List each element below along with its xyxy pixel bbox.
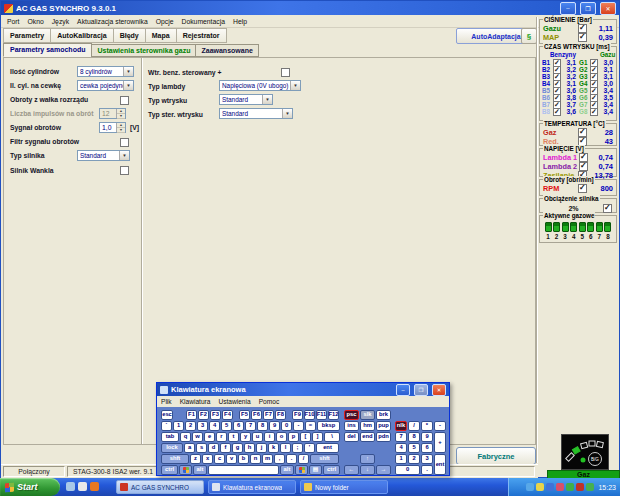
key[interactable]: v bbox=[226, 454, 237, 464]
key[interactable]: ▤ bbox=[309, 465, 322, 475]
key[interactable]: g bbox=[232, 443, 243, 453]
monitor-icon[interactable] bbox=[586, 483, 594, 491]
key[interactable]: F1 bbox=[186, 410, 197, 420]
dropdown-arrow-icon[interactable]: ▼ bbox=[290, 81, 300, 90]
key[interactable]: 7 bbox=[245, 421, 256, 431]
key[interactable]: ' bbox=[304, 443, 315, 453]
key[interactable]: / bbox=[408, 421, 420, 431]
key[interactable]: . bbox=[286, 454, 297, 464]
key[interactable]: ent bbox=[316, 443, 339, 453]
key[interactable]: s bbox=[196, 443, 207, 453]
key[interactable]: F5 bbox=[239, 410, 250, 420]
key[interactable]: del bbox=[344, 432, 359, 442]
keyboard-minimize-button[interactable]: – bbox=[396, 384, 410, 396]
menu-item[interactable]: Okno bbox=[23, 18, 47, 25]
key[interactable]: ↓ bbox=[360, 465, 375, 475]
key[interactable]: F8 bbox=[275, 410, 286, 420]
restore-button[interactable]: ❐ bbox=[580, 2, 596, 15]
subtab-0[interactable]: Parametry samochodu bbox=[3, 43, 92, 57]
key[interactable]: lock bbox=[161, 443, 183, 453]
keyboard-maximize-button[interactable]: ❐ bbox=[414, 384, 428, 396]
key[interactable]: F7 bbox=[263, 410, 274, 420]
title-bar[interactable]: AC GAS SYNCHRO 9.3.0.1 – ❐ ✕ bbox=[1, 1, 619, 15]
dropdown-arrow-icon[interactable]: ▼ bbox=[282, 109, 292, 118]
key[interactable]: 0 bbox=[281, 421, 292, 431]
lambda-type-select[interactable]: Napięciowa (0V ubogo)▼ bbox=[219, 80, 301, 91]
key[interactable]: F12 bbox=[328, 410, 339, 420]
engine-type-select[interactable]: Standard▼ bbox=[77, 150, 130, 161]
taskbar-task[interactable]: AC GAS SYNCHRO bbox=[116, 480, 204, 494]
key[interactable]: * bbox=[421, 421, 433, 431]
checkbox[interactable] bbox=[553, 108, 561, 116]
key[interactable]: 0 bbox=[395, 465, 420, 475]
key[interactable]: F2 bbox=[198, 410, 209, 420]
key[interactable]: ← bbox=[344, 465, 359, 475]
firefox-icon[interactable] bbox=[90, 482, 99, 491]
volume-icon[interactable] bbox=[576, 483, 584, 491]
minimize-button[interactable]: – bbox=[560, 2, 576, 15]
key[interactable]: 3 bbox=[421, 454, 433, 464]
checkbox[interactable] bbox=[590, 108, 598, 116]
key[interactable]: ] bbox=[312, 432, 323, 442]
petrol-injector-control-checkbox[interactable] bbox=[281, 68, 290, 77]
key[interactable]: 7 bbox=[395, 432, 407, 442]
start-button[interactable]: Start bbox=[0, 478, 60, 496]
show-desktop-icon[interactable] bbox=[66, 482, 75, 491]
tab-autokalibracja[interactable]: AutoKalibracja bbox=[50, 28, 113, 43]
key[interactable]: ent bbox=[434, 454, 446, 475]
key[interactable]: x bbox=[202, 454, 213, 464]
menu-item[interactable]: Help bbox=[229, 18, 251, 25]
keyboard-close-button[interactable]: ✕ bbox=[432, 384, 446, 396]
menu-item[interactable]: Ustawienia bbox=[214, 398, 254, 405]
key[interactable]: shft bbox=[161, 454, 189, 464]
key[interactable]: 4 bbox=[395, 443, 407, 453]
checkbox[interactable] bbox=[578, 33, 587, 42]
key[interactable]: 3 bbox=[197, 421, 208, 431]
key[interactable]: - bbox=[293, 421, 304, 431]
menu-item[interactable]: Klawiatura bbox=[176, 398, 215, 405]
tab-parametry[interactable]: Parametry bbox=[3, 28, 51, 43]
windows-key[interactable] bbox=[179, 465, 192, 475]
subtab-1[interactable]: Ustawienia sterownika gazu bbox=[91, 44, 196, 57]
key[interactable]: f bbox=[220, 443, 231, 453]
menu-item[interactable]: Pomoc bbox=[255, 398, 284, 405]
coil-select[interactable]: cewka pojedyncza▼ bbox=[77, 80, 134, 91]
key[interactable]: o bbox=[276, 432, 287, 442]
network-icon[interactable] bbox=[526, 483, 534, 491]
key[interactable]: \ bbox=[324, 432, 340, 442]
key[interactable]: F10 bbox=[304, 410, 315, 420]
key[interactable]: 2 bbox=[408, 454, 420, 464]
menu-item[interactable]: Dokumentacja bbox=[178, 18, 229, 25]
key[interactable]: tab bbox=[161, 432, 179, 442]
key[interactable]: y bbox=[240, 432, 251, 442]
key[interactable]: - bbox=[434, 421, 446, 431]
rpm-filter-checkbox[interactable] bbox=[120, 138, 129, 147]
spinner-down-icon[interactable]: ▼ bbox=[117, 128, 125, 133]
subtab-2[interactable]: Zaawansowane bbox=[195, 44, 258, 57]
key[interactable]: ; bbox=[292, 443, 303, 453]
factory-settings-button[interactable]: Fabryczne bbox=[456, 447, 536, 465]
key[interactable]: q bbox=[180, 432, 191, 442]
menu-item[interactable]: Plik bbox=[157, 398, 176, 405]
key[interactable]: k bbox=[268, 443, 279, 453]
key[interactable]: b bbox=[238, 454, 249, 464]
key[interactable]: → bbox=[376, 465, 391, 475]
key[interactable]: F3 bbox=[210, 410, 221, 420]
key[interactable]: z bbox=[190, 454, 201, 464]
menu-item[interactable]: Aktualizacja sterownika bbox=[73, 18, 152, 25]
checkbox[interactable] bbox=[578, 184, 587, 193]
key[interactable]: . bbox=[421, 465, 433, 475]
updates-icon[interactable] bbox=[546, 483, 554, 491]
key[interactable]: h bbox=[244, 443, 255, 453]
key[interactable]: shft bbox=[310, 454, 339, 464]
key[interactable]: end bbox=[360, 432, 375, 442]
key[interactable]: r bbox=[216, 432, 227, 442]
key[interactable]: n bbox=[250, 454, 261, 464]
battery-icon[interactable] bbox=[536, 483, 544, 491]
key[interactable]: ctrl bbox=[323, 465, 340, 475]
connector-icon[interactable]: § bbox=[521, 28, 537, 44]
tab-mapa[interactable]: Mapa bbox=[145, 28, 177, 43]
key[interactable]: d bbox=[208, 443, 219, 453]
taskbar-task[interactable]: Nowy folder bbox=[300, 480, 388, 494]
key[interactable]: ctrl bbox=[161, 465, 178, 475]
